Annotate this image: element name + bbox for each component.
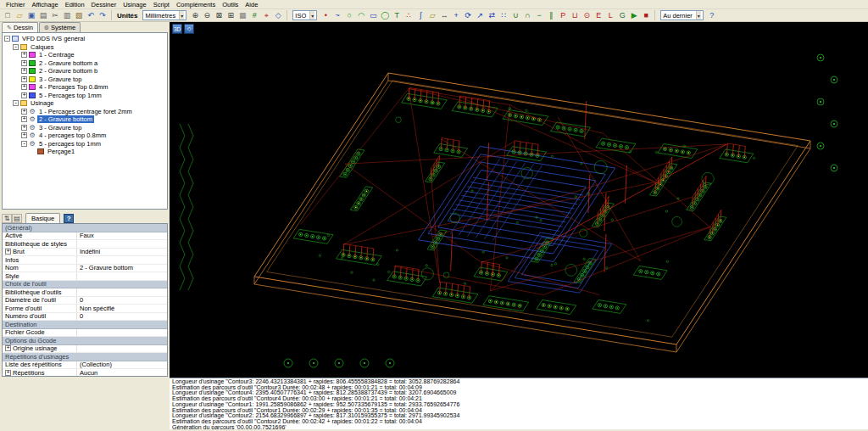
- expand-icon[interactable]: +: [5, 345, 11, 351]
- property-row-bibliotheque-d-outils[interactable]: Bibliothèque d'outils: [3, 288, 167, 297]
- menu-complements[interactable]: Compléments: [173, 1, 219, 8]
- intersect-icon[interactable]: ∩: [521, 10, 533, 21]
- collapse-icon[interactable]: -: [4, 36, 10, 42]
- property-row-brut[interactable]: +BrutIndéfini: [3, 249, 167, 257]
- zoom-extents-icon[interactable]: ⊠: [213, 10, 225, 21]
- tree-item-vfd-dds-ivs-general[interactable]: -VFD DDS IVS général: [3, 35, 167, 43]
- property-row-active[interactable]: ActivéFaux: [3, 232, 167, 241]
- snap-grid-icon[interactable]: #: [248, 10, 260, 21]
- tree-item-5-percages-top-1mm[interactable]: +5 - Percages top 1mm: [3, 92, 167, 100]
- property-value[interactable]: 0: [77, 297, 167, 305]
- property-row-forme-d-outil[interactable]: Forme d'outilNon spécifié: [3, 305, 167, 313]
- tree-item-usinage[interactable]: -Usinage: [3, 99, 167, 108]
- tree-item-2-gravure-bottom-a[interactable]: +2 - Gravure bottom a: [3, 59, 167, 68]
- expand-icon[interactable]: +: [21, 125, 27, 131]
- expand-icon[interactable]: +: [5, 370, 11, 376]
- help-icon[interactable]: ?: [706, 10, 718, 21]
- zoom-in-icon[interactable]: ⊕: [189, 10, 201, 21]
- property-row-fichier-gcode[interactable]: Fichier Gcode: [3, 329, 167, 338]
- property-value[interactable]: [77, 329, 167, 337]
- units-select[interactable]: Millimètres▾: [142, 10, 186, 20]
- menu-dessiner[interactable]: Dessiner: [88, 1, 120, 8]
- menu-script[interactable]: Script: [150, 1, 173, 8]
- arc-icon[interactable]: ◠: [355, 10, 367, 21]
- view-rotate-icon[interactable]: ◇: [184, 24, 194, 34]
- tree-item-2-gravure-bottom[interactable]: +⚙2 - Gravure bottom: [3, 115, 167, 124]
- property-value[interactable]: [77, 345, 167, 353]
- property-value[interactable]: (Collection): [77, 361, 167, 369]
- property-category-general[interactable]: (Général): [3, 224, 167, 232]
- rect-icon[interactable]: ▭: [367, 10, 379, 21]
- lathe-mop-icon[interactable]: L: [604, 10, 616, 21]
- expand-icon[interactable]: +: [21, 76, 27, 82]
- wireframe-icon[interactable]: ◇: [272, 10, 284, 21]
- drill-mop-icon[interactable]: ⊙: [581, 10, 593, 21]
- point-icon[interactable]: •: [320, 10, 331, 21]
- polyline-icon[interactable]: ~: [331, 10, 343, 21]
- expand-icon[interactable]: +: [21, 52, 27, 58]
- property-category-repetitions-d-usinages[interactable]: Répétitions d'usinages: [3, 353, 167, 361]
- expand-icon[interactable]: +: [21, 132, 27, 138]
- property-row-repetitions[interactable]: +RépétitionsAucun: [3, 369, 167, 377]
- viewport-canvas[interactable]: [170, 22, 868, 378]
- property-value[interactable]: Faux: [77, 232, 167, 240]
- tree-item-3-gravure-top[interactable]: +⚙3 - Gravure top: [3, 124, 167, 132]
- paste-icon[interactable]: ▧: [73, 10, 85, 21]
- sort-alphabetical-icon[interactable]: ⇅: [2, 214, 12, 223]
- move-icon[interactable]: +: [450, 10, 462, 21]
- expand-icon[interactable]: +: [21, 109, 27, 115]
- property-category-options-du-gcode[interactable]: Options du Gcode: [3, 337, 167, 345]
- expand-icon[interactable]: +: [21, 92, 27, 98]
- expand-icon[interactable]: +: [21, 60, 27, 66]
- collapse-icon[interactable]: -: [13, 44, 19, 50]
- style-select[interactable]: ISO▾: [292, 10, 317, 20]
- print-icon[interactable]: ▤: [37, 10, 49, 21]
- property-value[interactable]: 2 - Gravure bottom: [77, 265, 167, 272]
- rotate-icon[interactable]: ⟳: [462, 10, 474, 21]
- menu-affichage[interactable]: Affichage: [29, 1, 62, 8]
- new-file-icon[interactable]: □: [2, 10, 14, 21]
- tab-systeme[interactable]: ⚙Système: [39, 22, 81, 32]
- stop-icon[interactable]: ■: [640, 10, 652, 21]
- menu-fichier[interactable]: Fichier: [3, 1, 29, 8]
- tree-item-4-percages-top-0-8mm[interactable]: +⚙4 - percages top 0.8mm: [3, 132, 167, 140]
- property-row-nom[interactable]: Nom2 - Gravure bottom: [3, 265, 167, 273]
- tree-item-3-gravure-top[interactable]: +3 - Gravure top: [3, 76, 167, 84]
- menu-aide[interactable]: Aide: [242, 1, 261, 8]
- surface-icon[interactable]: ▱: [426, 10, 438, 21]
- property-row-liste-des-repetitions[interactable]: Liste des répétitions(Collection): [3, 361, 167, 370]
- expand-icon[interactable]: +: [21, 68, 27, 74]
- expand-icon[interactable]: +: [5, 249, 11, 255]
- property-category-choix-de-l-outil[interactable]: Choix de l'outil: [3, 281, 167, 289]
- property-value[interactable]: [77, 240, 167, 248]
- subtract-icon[interactable]: −: [533, 10, 545, 21]
- points-list-icon[interactable]: ∴: [403, 10, 415, 21]
- scale-icon[interactable]: ↗: [474, 10, 486, 21]
- circle-icon[interactable]: ○: [343, 10, 355, 21]
- property-value[interactable]: [77, 272, 167, 280]
- offset-icon[interactable]: ∥: [545, 10, 557, 21]
- tree-item-calques[interactable]: -Calques: [3, 43, 167, 52]
- redo-icon[interactable]: ↷: [97, 10, 108, 21]
- expand-icon[interactable]: +: [21, 84, 27, 90]
- tab-basique[interactable]: Basique: [25, 213, 60, 223]
- tree-item-1-percages-centrage-foret-2mm[interactable]: +⚙1 - Percages centrage foret 2mm: [3, 108, 167, 116]
- property-category-destination[interactable]: Destination: [3, 321, 167, 329]
- pocket-mop-icon[interactable]: ⊔: [569, 10, 581, 21]
- property-value[interactable]: 0: [77, 313, 167, 321]
- zoom-history-select[interactable]: Au dernier▾: [660, 10, 704, 20]
- engrave-mop-icon[interactable]: E: [593, 10, 604, 21]
- property-row-infos[interactable]: Infos: [3, 256, 167, 265]
- tree-item-5-percages-top-1mm[interactable]: -⚙5 - percages top 1mm: [3, 140, 167, 148]
- property-row-style[interactable]: Style: [3, 272, 167, 281]
- measure-icon[interactable]: ↔: [438, 10, 450, 21]
- property-value[interactable]: [77, 256, 167, 264]
- property-help-button[interactable]: ?: [64, 214, 74, 223]
- property-row-numero-d-outil[interactable]: Numéro d'outil0: [3, 313, 167, 322]
- expand-icon[interactable]: +: [21, 116, 27, 122]
- sort-categorized-icon[interactable]: ▤: [12, 214, 22, 223]
- tree-item-percage1[interactable]: +Perçage1: [3, 148, 167, 156]
- gcode-icon[interactable]: G: [616, 10, 628, 21]
- origin-icon[interactable]: ⌖: [260, 10, 272, 21]
- grid-icon[interactable]: ▦: [236, 10, 248, 21]
